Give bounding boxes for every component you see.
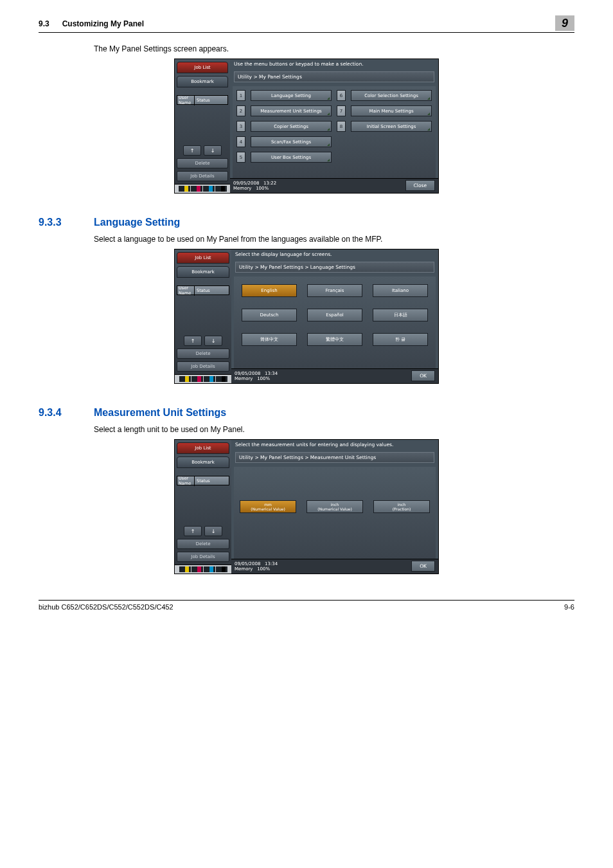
arrow-up-button[interactable]: ↑ <box>183 145 201 156</box>
delete-button[interactable]: Delete <box>177 539 229 549</box>
screenshot-language-setting: Job List Bookmark User NameStatus ↑ ↓ De… <box>174 249 439 384</box>
menu-num-5: 5 <box>236 152 245 163</box>
menu-main-menu[interactable]: Main Menu Settings <box>351 105 432 116</box>
menu-num-4: 4 <box>236 136 245 147</box>
section-number: 9.3 <box>39 19 49 28</box>
section-title: Customizing My Panel <box>62 19 144 28</box>
ok-button[interactable]: OK <box>411 370 435 381</box>
menu-num-3: 3 <box>236 121 245 132</box>
footer-model: bizhub C652/C652DS/C552/C552DS/C452 <box>39 603 173 611</box>
menu-initial-screen[interactable]: Initial Screen Settings <box>351 121 432 132</box>
footer-page: 9-6 <box>564 603 574 611</box>
lang-korean[interactable]: 한 글 <box>373 333 428 346</box>
tab-bookmark[interactable]: Bookmark <box>177 266 229 278</box>
heading-933-num: 9.3.3 <box>39 217 94 228</box>
intro-text-1: The My Panel Settings screen appears. <box>94 44 574 53</box>
menu-num-7: 7 <box>337 105 346 116</box>
breadcrumb: Utility > My Panel Settings > Measuremen… <box>235 452 434 463</box>
toner-levels: Y M C K <box>175 184 230 193</box>
close-button[interactable]: Close <box>405 180 435 191</box>
chapter-badge: 9 <box>555 15 574 31</box>
date: 09/05/2008 <box>235 561 260 566</box>
instruction-text: Select the display language for screens. <box>231 249 438 259</box>
menu-user-box[interactable]: User Box Settings <box>251 152 332 163</box>
memory-pct: 100% <box>257 376 270 381</box>
heading-933-title: Language Setting <box>94 217 180 228</box>
time: 13:34 <box>265 561 278 566</box>
lang-francais[interactable]: Français <box>307 284 362 297</box>
menu-num-1: 1 <box>236 90 245 101</box>
unit-mm-numerical[interactable]: mm(Numerical Value) <box>240 500 296 513</box>
memory-label: Memory <box>235 566 253 572</box>
time: 13:22 <box>263 181 276 186</box>
lang-espanol[interactable]: Español <box>307 309 362 321</box>
menu-color-selection[interactable]: Color Selection Settings <box>351 90 432 101</box>
screenshot-my-panel-settings: Job List Bookmark User NameStatus ↑ ↓ De… <box>174 59 439 194</box>
menu-copier-settings[interactable]: Copier Settings <box>251 121 332 132</box>
memory-pct: 100% <box>256 186 269 191</box>
job-details-button[interactable]: Job Details <box>177 171 228 181</box>
job-details-button[interactable]: Job Details <box>177 361 229 372</box>
lang-traditional-chinese[interactable]: 繁體中文 <box>307 333 362 346</box>
lang-simplified-chinese[interactable]: 简体中文 <box>242 333 297 346</box>
instruction-text: Use the menu buttons or keypad to make a… <box>230 59 438 69</box>
delete-button[interactable]: Delete <box>177 158 228 168</box>
memory-label: Memory <box>233 186 251 191</box>
menu-measurement-unit[interactable]: Measurement Unit Settings <box>251 105 332 116</box>
desc-934: Select a length unit to be used on My Pa… <box>94 425 574 434</box>
date: 09/05/2008 <box>235 371 260 376</box>
tab-bookmark[interactable]: Bookmark <box>177 76 228 87</box>
lang-japanese[interactable]: 日本語 <box>373 309 428 321</box>
lang-italiano[interactable]: Italiano <box>373 284 428 297</box>
job-details-button[interactable]: Job Details <box>177 552 229 562</box>
instruction-text: Select the measurement units for enterin… <box>231 440 438 449</box>
arrow-up-button[interactable]: ↑ <box>184 336 202 346</box>
heading-934-num: 9.3.4 <box>39 407 94 419</box>
tab-job-list[interactable]: Job List <box>177 62 228 73</box>
breadcrumb: Utility > My Panel Settings <box>234 71 434 82</box>
arrow-down-button[interactable]: ↓ <box>204 336 222 346</box>
menu-num-8: 8 <box>337 121 346 132</box>
menu-num-6: 6 <box>337 90 346 101</box>
lang-english[interactable]: English <box>242 284 297 297</box>
unit-inch-fraction[interactable]: inch(Fraction) <box>373 500 430 513</box>
status-header: User NameStatus <box>177 95 228 105</box>
time: 13:34 <box>265 371 278 376</box>
toner-levels: Y M C K <box>175 374 231 383</box>
screenshot-measurement-unit: Job List Bookmark User NameStatus ↑ ↓ De… <box>174 439 439 574</box>
breadcrumb: Utility > My Panel Settings > Language S… <box>235 262 434 273</box>
menu-scan-fax[interactable]: Scan/Fax Settings <box>251 136 332 147</box>
tab-job-list[interactable]: Job List <box>177 442 229 454</box>
status-header: User NameStatus <box>177 285 229 295</box>
menu-language-setting[interactable]: Language Setting <box>251 90 332 101</box>
toner-levels: Y M C K <box>175 565 231 574</box>
heading-934-title: Measurement Unit Settings <box>94 407 226 418</box>
ok-button[interactable]: OK <box>411 561 435 572</box>
arrow-down-button[interactable]: ↓ <box>204 526 222 536</box>
delete-button[interactable]: Delete <box>177 348 229 359</box>
arrow-down-button[interactable]: ↓ <box>204 145 222 156</box>
tab-bookmark[interactable]: Bookmark <box>177 457 229 468</box>
memory-label: Memory <box>235 376 253 381</box>
menu-num-2: 2 <box>236 105 245 116</box>
date: 09/05/2008 <box>233 181 259 186</box>
memory-pct: 100% <box>257 566 270 572</box>
desc-933: Select a language to be used on My Panel… <box>94 235 574 244</box>
tab-job-list[interactable]: Job List <box>177 252 229 264</box>
status-header: User NameStatus <box>177 476 229 485</box>
lang-deutsch[interactable]: Deutsch <box>242 309 297 321</box>
arrow-up-button[interactable]: ↑ <box>184 526 202 536</box>
unit-inch-numerical[interactable]: inch(Numerical Value) <box>306 500 363 513</box>
